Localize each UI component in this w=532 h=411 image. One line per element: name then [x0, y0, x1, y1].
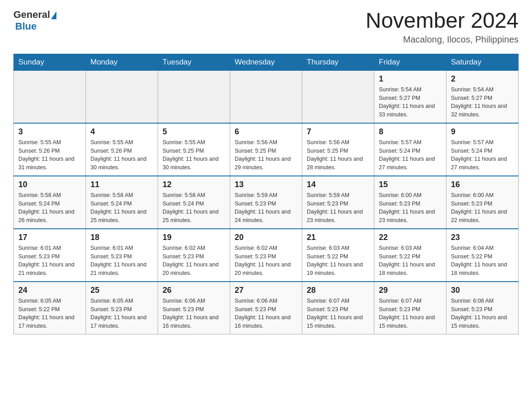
calendar-cell: 23Sunrise: 6:04 AM Sunset: 5:22 PM Dayli…	[446, 229, 519, 282]
day-number: 16	[451, 180, 514, 189]
calendar-cell: 3Sunrise: 5:55 AM Sunset: 5:26 PM Daylig…	[14, 123, 86, 176]
day-info: Sunrise: 6:03 AM Sunset: 5:22 PM Dayligh…	[307, 244, 369, 278]
day-number: 8	[379, 127, 442, 137]
day-info: Sunrise: 6:05 AM Sunset: 5:23 PM Dayligh…	[90, 297, 153, 330]
calendar-cell	[230, 70, 302, 123]
calendar-cell	[14, 70, 86, 123]
day-number: 11	[90, 180, 153, 189]
day-info: Sunrise: 5:59 AM Sunset: 5:23 PM Dayligh…	[235, 191, 297, 225]
page-header: General Blue November 2024 Macalong, Ilo…	[13, 9, 519, 45]
day-info: Sunrise: 6:07 AM Sunset: 5:23 PM Dayligh…	[379, 297, 442, 330]
calendar-cell: 4Sunrise: 5:55 AM Sunset: 5:26 PM Daylig…	[86, 123, 158, 176]
day-info: Sunrise: 6:01 AM Sunset: 5:23 PM Dayligh…	[90, 244, 153, 278]
day-info: Sunrise: 5:56 AM Sunset: 5:25 PM Dayligh…	[235, 138, 297, 172]
day-number: 7	[307, 127, 369, 137]
day-number: 15	[379, 180, 442, 189]
calendar-cell: 1Sunrise: 5:54 AM Sunset: 5:27 PM Daylig…	[374, 70, 446, 123]
day-info: Sunrise: 5:55 AM Sunset: 5:26 PM Dayligh…	[90, 138, 153, 172]
day-info: Sunrise: 6:02 AM Sunset: 5:23 PM Dayligh…	[235, 244, 297, 278]
day-info: Sunrise: 5:54 AM Sunset: 5:27 PM Dayligh…	[379, 86, 442, 119]
calendar-body: 1Sunrise: 5:54 AM Sunset: 5:27 PM Daylig…	[14, 70, 519, 334]
calendar-cell: 13Sunrise: 5:59 AM Sunset: 5:23 PM Dayli…	[230, 176, 302, 229]
calendar-week-row: 3Sunrise: 5:55 AM Sunset: 5:26 PM Daylig…	[14, 123, 519, 176]
day-of-week-header: Wednesday	[230, 54, 302, 70]
calendar-cell: 28Sunrise: 6:07 AM Sunset: 5:23 PM Dayli…	[302, 282, 374, 334]
day-info: Sunrise: 5:56 AM Sunset: 5:25 PM Dayligh…	[307, 138, 369, 172]
calendar-cell: 5Sunrise: 5:55 AM Sunset: 5:25 PM Daylig…	[158, 123, 230, 176]
day-number: 22	[379, 233, 442, 242]
day-number: 10	[18, 180, 81, 189]
calendar-table: SundayMondayTuesdayWednesdayThursdayFrid…	[13, 54, 519, 334]
day-number: 26	[163, 286, 225, 295]
calendar-cell: 11Sunrise: 5:58 AM Sunset: 5:24 PM Dayli…	[86, 176, 158, 229]
day-number: 20	[235, 233, 297, 242]
calendar-week-row: 17Sunrise: 6:01 AM Sunset: 5:23 PM Dayli…	[14, 229, 519, 282]
calendar-week-row: 1Sunrise: 5:54 AM Sunset: 5:27 PM Daylig…	[14, 70, 519, 123]
day-info: Sunrise: 5:58 AM Sunset: 5:24 PM Dayligh…	[90, 191, 153, 225]
calendar-cell: 8Sunrise: 5:57 AM Sunset: 5:24 PM Daylig…	[374, 123, 446, 176]
day-info: Sunrise: 6:00 AM Sunset: 5:23 PM Dayligh…	[379, 191, 442, 225]
day-number: 24	[18, 286, 81, 295]
calendar-cell: 9Sunrise: 5:57 AM Sunset: 5:24 PM Daylig…	[446, 123, 519, 176]
calendar-week-row: 24Sunrise: 6:05 AM Sunset: 5:22 PM Dayli…	[14, 282, 519, 334]
day-info: Sunrise: 5:57 AM Sunset: 5:24 PM Dayligh…	[451, 138, 514, 172]
calendar-cell	[302, 70, 374, 123]
day-info: Sunrise: 6:04 AM Sunset: 5:22 PM Dayligh…	[451, 244, 514, 278]
day-number: 2	[451, 74, 514, 84]
day-info: Sunrise: 5:57 AM Sunset: 5:24 PM Dayligh…	[379, 138, 442, 172]
day-number: 23	[451, 233, 514, 242]
logo-triangle-icon	[51, 11, 56, 19]
calendar-cell: 7Sunrise: 5:56 AM Sunset: 5:25 PM Daylig…	[302, 123, 374, 176]
day-number: 21	[307, 233, 369, 242]
calendar-cell: 25Sunrise: 6:05 AM Sunset: 5:23 PM Dayli…	[86, 282, 158, 334]
day-number: 5	[163, 127, 225, 137]
calendar-cell: 21Sunrise: 6:03 AM Sunset: 5:22 PM Dayli…	[302, 229, 374, 282]
calendar-header: SundayMondayTuesdayWednesdayThursdayFrid…	[14, 54, 519, 70]
day-info: Sunrise: 6:06 AM Sunset: 5:23 PM Dayligh…	[163, 297, 225, 330]
day-number: 14	[307, 180, 369, 189]
calendar-week-row: 10Sunrise: 5:58 AM Sunset: 5:24 PM Dayli…	[14, 176, 519, 229]
calendar-cell: 10Sunrise: 5:58 AM Sunset: 5:24 PM Dayli…	[14, 176, 86, 229]
calendar-cell: 16Sunrise: 6:00 AM Sunset: 5:23 PM Dayli…	[446, 176, 519, 229]
day-info: Sunrise: 5:58 AM Sunset: 5:24 PM Dayligh…	[18, 191, 81, 225]
day-of-week-header: Sunday	[14, 54, 86, 70]
calendar-cell	[158, 70, 230, 123]
day-number: 30	[451, 286, 514, 295]
day-of-week-header: Tuesday	[158, 54, 230, 70]
calendar-cell: 19Sunrise: 6:02 AM Sunset: 5:23 PM Dayli…	[158, 229, 230, 282]
day-header-row: SundayMondayTuesdayWednesdayThursdayFrid…	[14, 54, 519, 70]
day-info: Sunrise: 5:55 AM Sunset: 5:26 PM Dayligh…	[18, 138, 81, 172]
title-section: November 2024 Macalong, Ilocos, Philippi…	[365, 9, 519, 45]
calendar-cell: 2Sunrise: 5:54 AM Sunset: 5:27 PM Daylig…	[446, 70, 519, 123]
day-of-week-header: Saturday	[446, 54, 519, 70]
day-info: Sunrise: 6:00 AM Sunset: 5:23 PM Dayligh…	[451, 191, 514, 225]
day-number: 29	[379, 286, 442, 295]
logo-blue-text: Blue	[15, 21, 56, 32]
logo: General Blue	[13, 9, 56, 33]
day-number: 6	[235, 127, 297, 137]
day-info: Sunrise: 5:55 AM Sunset: 5:25 PM Dayligh…	[163, 138, 225, 172]
day-number: 28	[307, 286, 369, 295]
calendar-cell	[86, 70, 158, 123]
day-number: 12	[163, 180, 225, 189]
calendar-cell: 27Sunrise: 6:06 AM Sunset: 5:23 PM Dayli…	[230, 282, 302, 334]
day-of-week-header: Monday	[86, 54, 158, 70]
day-info: Sunrise: 5:59 AM Sunset: 5:23 PM Dayligh…	[307, 191, 369, 225]
calendar-cell: 18Sunrise: 6:01 AM Sunset: 5:23 PM Dayli…	[86, 229, 158, 282]
calendar-cell: 24Sunrise: 6:05 AM Sunset: 5:22 PM Dayli…	[14, 282, 86, 334]
day-number: 13	[235, 180, 297, 189]
calendar-cell: 14Sunrise: 5:59 AM Sunset: 5:23 PM Dayli…	[302, 176, 374, 229]
day-of-week-header: Friday	[374, 54, 446, 70]
day-info: Sunrise: 6:07 AM Sunset: 5:23 PM Dayligh…	[307, 297, 369, 330]
calendar-cell: 12Sunrise: 5:58 AM Sunset: 5:24 PM Dayli…	[158, 176, 230, 229]
day-number: 17	[18, 233, 81, 242]
day-info: Sunrise: 5:58 AM Sunset: 5:24 PM Dayligh…	[163, 191, 225, 225]
calendar-cell: 30Sunrise: 6:08 AM Sunset: 5:23 PM Dayli…	[446, 282, 519, 334]
day-number: 25	[90, 286, 153, 295]
day-info: Sunrise: 6:05 AM Sunset: 5:22 PM Dayligh…	[18, 297, 81, 330]
day-of-week-header: Thursday	[302, 54, 374, 70]
day-number: 19	[163, 233, 225, 242]
calendar-cell: 26Sunrise: 6:06 AM Sunset: 5:23 PM Dayli…	[158, 282, 230, 334]
day-info: Sunrise: 6:03 AM Sunset: 5:22 PM Dayligh…	[379, 244, 442, 278]
location-title: Macalong, Ilocos, Philippines	[365, 34, 519, 45]
